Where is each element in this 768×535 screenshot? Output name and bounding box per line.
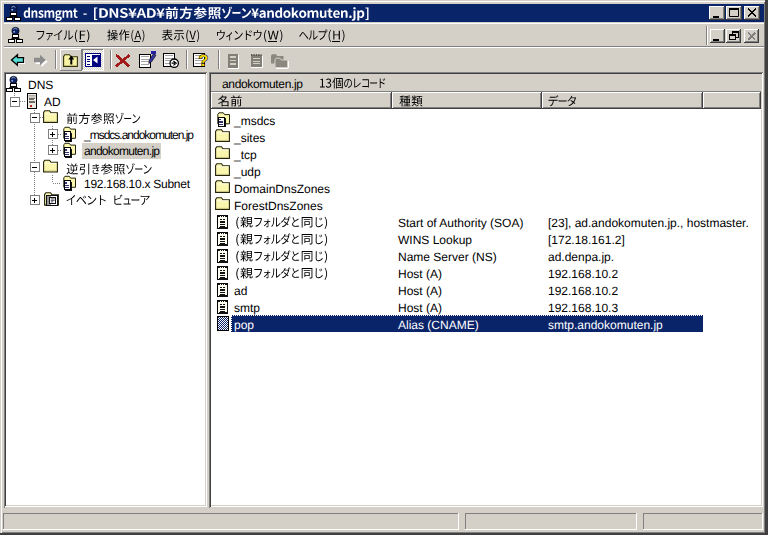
svg-text:WINS Lookup: WINS Lookup [398,233,472,247]
svg-text:Start of Authority (SOA): Start of Authority (SOA) [398,216,523,230]
svg-text:andokomuten.jp: andokomuten.jp [84,144,160,158]
svg-text:smtp: smtp [234,301,260,315]
svg-text:?: ? [199,53,209,70]
svg-text:[172.18.161.2]: [172.18.161.2] [548,233,625,247]
svg-text:192.168.10.2: 192.168.10.2 [548,284,618,298]
svg-text:smtp.andokomuten.jp: smtp.andokomuten.jp [548,318,663,332]
svg-text:Host (A): Host (A) [398,267,442,281]
svg-text:ForestDnsZones: ForestDnsZones [234,199,323,213]
svg-text:Host (A): Host (A) [398,284,442,298]
svg-text:192.168.10.3: 192.168.10.3 [548,301,618,315]
svg-text:_tcp: _tcp [233,148,257,162]
svg-text:ad.denpa.jp.: ad.denpa.jp. [548,250,614,264]
svg-text:_msdcs: _msdcs [233,114,275,128]
svg-text:_msdcs.andokomuten.jp: _msdcs.andokomuten.jp [83,128,194,142]
svg-text:andokomuten.jp: andokomuten.jp [222,77,303,91]
svg-text:_sites: _sites [233,131,265,145]
svg-text:ad: ad [234,284,247,298]
svg-text:[23], ad.andokomuten.jp., host: [23], ad.andokomuten.jp., hostmaster. [548,216,749,230]
svg-text:Alias (CNAME): Alias (CNAME) [398,318,479,332]
svg-text:192.168.10.2: 192.168.10.2 [548,267,618,281]
svg-text:DomainDnsZones: DomainDnsZones [234,182,330,196]
svg-text:Name Server (NS): Name Server (NS) [398,250,497,264]
svg-text:AD: AD [44,95,61,109]
svg-text:pop: pop [234,318,254,332]
svg-text:Host (A): Host (A) [398,301,442,315]
svg-text:_udp: _udp [233,165,261,179]
svg-text:DNS: DNS [28,78,53,92]
svg-text:192.168.10.x Subnet: 192.168.10.x Subnet [84,177,191,191]
